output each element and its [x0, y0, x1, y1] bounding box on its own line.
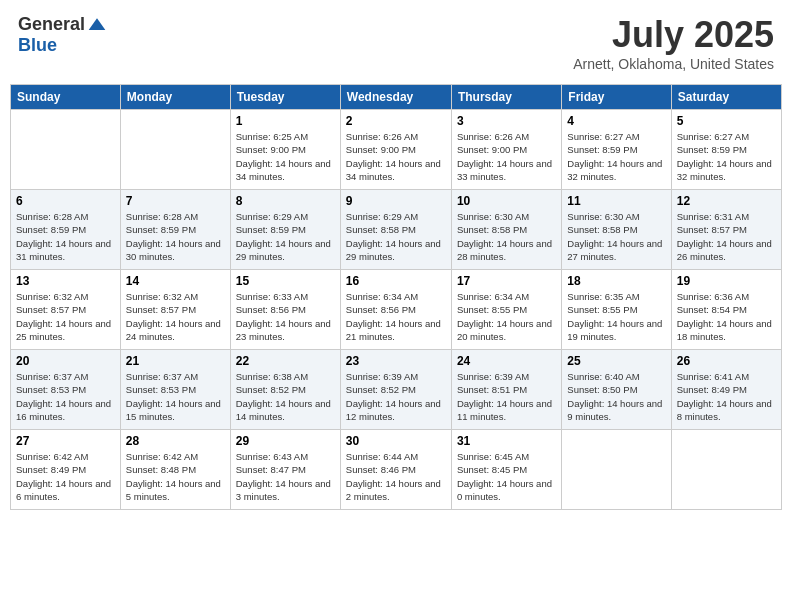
calendar-cell: 13Sunrise: 6:32 AM Sunset: 8:57 PM Dayli…: [11, 270, 121, 350]
day-info: Sunrise: 6:44 AM Sunset: 8:46 PM Dayligh…: [346, 450, 446, 503]
day-number: 20: [16, 354, 115, 368]
day-number: 19: [677, 274, 776, 288]
day-info: Sunrise: 6:29 AM Sunset: 8:58 PM Dayligh…: [346, 210, 446, 263]
day-number: 12: [677, 194, 776, 208]
day-number: 11: [567, 194, 665, 208]
calendar-cell: 1Sunrise: 6:25 AM Sunset: 9:00 PM Daylig…: [230, 110, 340, 190]
day-info: Sunrise: 6:30 AM Sunset: 8:58 PM Dayligh…: [457, 210, 556, 263]
day-info: Sunrise: 6:38 AM Sunset: 8:52 PM Dayligh…: [236, 370, 335, 423]
weekday-header: Saturday: [671, 85, 781, 110]
day-number: 22: [236, 354, 335, 368]
day-number: 4: [567, 114, 665, 128]
calendar-cell: [11, 110, 121, 190]
day-number: 15: [236, 274, 335, 288]
day-info: Sunrise: 6:35 AM Sunset: 8:55 PM Dayligh…: [567, 290, 665, 343]
day-info: Sunrise: 6:37 AM Sunset: 8:53 PM Dayligh…: [126, 370, 225, 423]
calendar-cell: 5Sunrise: 6:27 AM Sunset: 8:59 PM Daylig…: [671, 110, 781, 190]
day-number: 3: [457, 114, 556, 128]
day-info: Sunrise: 6:28 AM Sunset: 8:59 PM Dayligh…: [126, 210, 225, 263]
day-info: Sunrise: 6:39 AM Sunset: 8:51 PM Dayligh…: [457, 370, 556, 423]
day-number: 21: [126, 354, 225, 368]
calendar-cell: 20Sunrise: 6:37 AM Sunset: 8:53 PM Dayli…: [11, 350, 121, 430]
day-number: 24: [457, 354, 556, 368]
weekday-header: Thursday: [451, 85, 561, 110]
day-info: Sunrise: 6:34 AM Sunset: 8:56 PM Dayligh…: [346, 290, 446, 343]
day-info: Sunrise: 6:31 AM Sunset: 8:57 PM Dayligh…: [677, 210, 776, 263]
calendar-cell: [120, 110, 230, 190]
day-number: 8: [236, 194, 335, 208]
day-number: 1: [236, 114, 335, 128]
day-info: Sunrise: 6:27 AM Sunset: 8:59 PM Dayligh…: [677, 130, 776, 183]
calendar-subtitle: Arnett, Oklahoma, United States: [573, 56, 774, 72]
logo: General Blue: [18, 14, 107, 56]
weekday-header: Wednesday: [340, 85, 451, 110]
day-info: Sunrise: 6:32 AM Sunset: 8:57 PM Dayligh…: [16, 290, 115, 343]
day-number: 28: [126, 434, 225, 448]
calendar-cell: 10Sunrise: 6:30 AM Sunset: 8:58 PM Dayli…: [451, 190, 561, 270]
weekday-header: Tuesday: [230, 85, 340, 110]
day-number: 30: [346, 434, 446, 448]
calendar-week-row: 6Sunrise: 6:28 AM Sunset: 8:59 PM Daylig…: [11, 190, 782, 270]
calendar-cell: 21Sunrise: 6:37 AM Sunset: 8:53 PM Dayli…: [120, 350, 230, 430]
calendar-cell: 28Sunrise: 6:42 AM Sunset: 8:48 PM Dayli…: [120, 430, 230, 510]
calendar-table: SundayMondayTuesdayWednesdayThursdayFrid…: [10, 84, 782, 510]
calendar-cell: 11Sunrise: 6:30 AM Sunset: 8:58 PM Dayli…: [562, 190, 671, 270]
day-number: 6: [16, 194, 115, 208]
day-number: 31: [457, 434, 556, 448]
calendar-cell: 22Sunrise: 6:38 AM Sunset: 8:52 PM Dayli…: [230, 350, 340, 430]
day-number: 5: [677, 114, 776, 128]
day-info: Sunrise: 6:30 AM Sunset: 8:58 PM Dayligh…: [567, 210, 665, 263]
day-info: Sunrise: 6:26 AM Sunset: 9:00 PM Dayligh…: [457, 130, 556, 183]
day-info: Sunrise: 6:28 AM Sunset: 8:59 PM Dayligh…: [16, 210, 115, 263]
day-info: Sunrise: 6:34 AM Sunset: 8:55 PM Dayligh…: [457, 290, 556, 343]
calendar-cell: 24Sunrise: 6:39 AM Sunset: 8:51 PM Dayli…: [451, 350, 561, 430]
day-info: Sunrise: 6:33 AM Sunset: 8:56 PM Dayligh…: [236, 290, 335, 343]
day-number: 29: [236, 434, 335, 448]
svg-marker-0: [89, 18, 106, 30]
day-number: 14: [126, 274, 225, 288]
day-info: Sunrise: 6:26 AM Sunset: 9:00 PM Dayligh…: [346, 130, 446, 183]
day-info: Sunrise: 6:43 AM Sunset: 8:47 PM Dayligh…: [236, 450, 335, 503]
logo-icon: [87, 15, 107, 35]
calendar-cell: 18Sunrise: 6:35 AM Sunset: 8:55 PM Dayli…: [562, 270, 671, 350]
day-number: 16: [346, 274, 446, 288]
calendar-week-row: 13Sunrise: 6:32 AM Sunset: 8:57 PM Dayli…: [11, 270, 782, 350]
header-row: SundayMondayTuesdayWednesdayThursdayFrid…: [11, 85, 782, 110]
calendar-cell: 27Sunrise: 6:42 AM Sunset: 8:49 PM Dayli…: [11, 430, 121, 510]
day-info: Sunrise: 6:39 AM Sunset: 8:52 PM Dayligh…: [346, 370, 446, 423]
day-number: 7: [126, 194, 225, 208]
day-number: 10: [457, 194, 556, 208]
day-number: 17: [457, 274, 556, 288]
calendar-cell: 29Sunrise: 6:43 AM Sunset: 8:47 PM Dayli…: [230, 430, 340, 510]
day-number: 26: [677, 354, 776, 368]
calendar-title: July 2025: [573, 14, 774, 56]
calendar-cell: 7Sunrise: 6:28 AM Sunset: 8:59 PM Daylig…: [120, 190, 230, 270]
day-number: 2: [346, 114, 446, 128]
calendar-cell: 4Sunrise: 6:27 AM Sunset: 8:59 PM Daylig…: [562, 110, 671, 190]
calendar-cell: 30Sunrise: 6:44 AM Sunset: 8:46 PM Dayli…: [340, 430, 451, 510]
day-number: 27: [16, 434, 115, 448]
calendar-cell: 17Sunrise: 6:34 AM Sunset: 8:55 PM Dayli…: [451, 270, 561, 350]
day-info: Sunrise: 6:25 AM Sunset: 9:00 PM Dayligh…: [236, 130, 335, 183]
logo-blue: Blue: [18, 35, 57, 56]
day-info: Sunrise: 6:42 AM Sunset: 8:48 PM Dayligh…: [126, 450, 225, 503]
day-info: Sunrise: 6:32 AM Sunset: 8:57 PM Dayligh…: [126, 290, 225, 343]
calendar-week-row: 20Sunrise: 6:37 AM Sunset: 8:53 PM Dayli…: [11, 350, 782, 430]
day-info: Sunrise: 6:41 AM Sunset: 8:49 PM Dayligh…: [677, 370, 776, 423]
calendar-cell: 9Sunrise: 6:29 AM Sunset: 8:58 PM Daylig…: [340, 190, 451, 270]
calendar-cell: 3Sunrise: 6:26 AM Sunset: 9:00 PM Daylig…: [451, 110, 561, 190]
weekday-header: Sunday: [11, 85, 121, 110]
calendar-cell: 8Sunrise: 6:29 AM Sunset: 8:59 PM Daylig…: [230, 190, 340, 270]
calendar-cell: 23Sunrise: 6:39 AM Sunset: 8:52 PM Dayli…: [340, 350, 451, 430]
day-number: 13: [16, 274, 115, 288]
day-info: Sunrise: 6:27 AM Sunset: 8:59 PM Dayligh…: [567, 130, 665, 183]
calendar-cell: 14Sunrise: 6:32 AM Sunset: 8:57 PM Dayli…: [120, 270, 230, 350]
day-info: Sunrise: 6:29 AM Sunset: 8:59 PM Dayligh…: [236, 210, 335, 263]
calendar-cell: [671, 430, 781, 510]
day-info: Sunrise: 6:42 AM Sunset: 8:49 PM Dayligh…: [16, 450, 115, 503]
day-info: Sunrise: 6:40 AM Sunset: 8:50 PM Dayligh…: [567, 370, 665, 423]
day-number: 18: [567, 274, 665, 288]
calendar-cell: 26Sunrise: 6:41 AM Sunset: 8:49 PM Dayli…: [671, 350, 781, 430]
day-number: 9: [346, 194, 446, 208]
day-info: Sunrise: 6:36 AM Sunset: 8:54 PM Dayligh…: [677, 290, 776, 343]
